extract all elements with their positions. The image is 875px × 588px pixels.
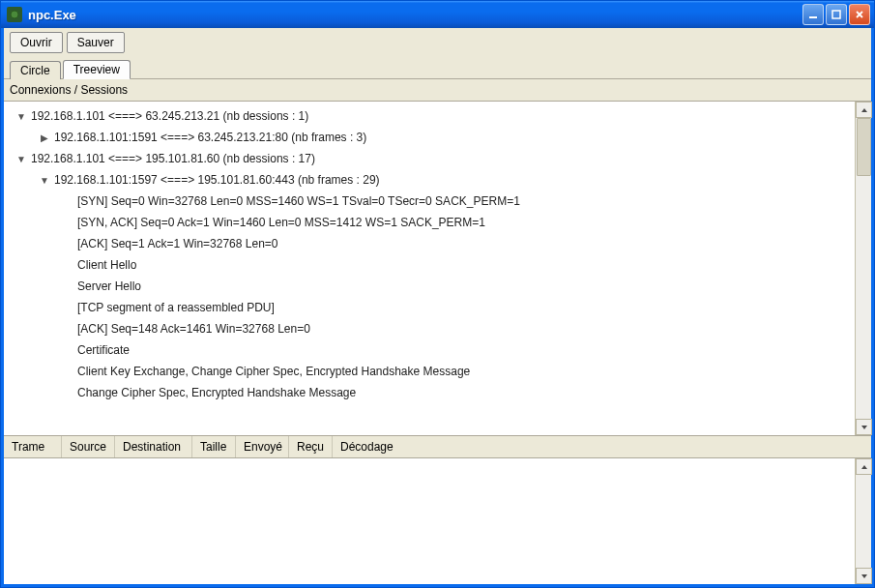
tree-node-label: [SYN, ACK] Seq=0 Ack=1 Win=1460 Len=0 MS… xyxy=(77,216,485,229)
tree-node[interactable]: Client Hello xyxy=(4,254,855,276)
tree-node[interactable]: Certificate xyxy=(4,339,855,361)
tree-node[interactable]: Server Hello xyxy=(4,276,855,297)
window-title: npc.Exe xyxy=(28,8,802,22)
tree-node-label: [ACK] Seq=148 Ack=1461 Win=32768 Len=0 xyxy=(77,322,310,336)
svg-rect-1 xyxy=(809,16,817,18)
expand-icon[interactable]: ▶ xyxy=(39,132,50,143)
tree-node-label: [TCP segment of a reassembled PDU] xyxy=(77,301,275,314)
client-area: Ouvrir Sauver Circle Treeview Connexions… xyxy=(1,28,874,587)
svg-point-0 xyxy=(11,11,18,18)
title-bar[interactable]: npc.Exe xyxy=(1,1,874,28)
tab-circle[interactable]: Circle xyxy=(10,61,61,79)
scroll-down-button[interactable] xyxy=(856,419,872,435)
close-button[interactable] xyxy=(849,4,870,25)
col-decodage[interactable]: Décodage xyxy=(333,436,871,457)
save-button[interactable]: Sauver xyxy=(67,32,125,53)
tab-strip: Circle Treeview xyxy=(4,57,871,78)
open-button[interactable]: Ouvrir xyxy=(10,32,63,53)
tree-header: Connexions / Sessions xyxy=(4,78,871,102)
svg-rect-2 xyxy=(832,11,840,18)
tree-scrollbar[interactable] xyxy=(855,102,871,435)
details-body[interactable] xyxy=(4,458,855,584)
col-source[interactable]: Source xyxy=(62,436,115,457)
scroll-up-button[interactable] xyxy=(856,102,872,118)
tree-node-label: 192.168.1.101:1591 <===> 63.245.213.21:8… xyxy=(54,131,366,144)
tree-node[interactable]: ▶192.168.1.101:1591 <===> 63.245.213.21:… xyxy=(4,127,855,148)
window-controls xyxy=(802,4,870,25)
tree-node-label: [ACK] Seq=1 Ack=1 Win=32768 Len=0 xyxy=(77,237,277,250)
app-window: npc.Exe Ouvrir Sauver Circle Treeview Co… xyxy=(0,0,875,588)
tree-node-label: Client Hello xyxy=(77,258,136,272)
tree-node[interactable]: [ACK] Seq=148 Ack=1461 Win=32768 Len=0 xyxy=(4,318,855,339)
connections-tree[interactable]: ▼192.168.1.101 <===> 63.245.213.21 (nb d… xyxy=(4,102,855,435)
maximize-button[interactable] xyxy=(826,4,847,25)
minimize-button[interactable] xyxy=(802,4,824,25)
tree-node[interactable]: Change Cipher Spec, Encrypted Handshake … xyxy=(4,382,855,403)
app-icon xyxy=(7,7,22,22)
collapse-icon[interactable]: ▼ xyxy=(15,111,27,122)
col-taille[interactable]: Taille xyxy=(192,436,236,457)
tree-node-label: Server Hello xyxy=(77,279,141,293)
tab-treeview[interactable]: Treeview xyxy=(63,60,131,79)
tree-node[interactable]: [SYN] Seq=0 Win=32768 Len=0 MSS=1460 WS=… xyxy=(4,191,855,212)
toolbar: Ouvrir Sauver xyxy=(4,28,871,57)
details-pane xyxy=(4,458,871,584)
tree-node[interactable]: [ACK] Seq=1 Ack=1 Win=32768 Len=0 xyxy=(4,233,855,254)
scroll-up-button[interactable] xyxy=(856,458,872,475)
col-trame[interactable]: Trame xyxy=(4,436,62,457)
tree-header-label: Connexions / Sessions xyxy=(10,83,865,97)
col-recu[interactable]: Reçu xyxy=(289,436,333,457)
tree-node[interactable]: [SYN, ACK] Seq=0 Ack=1 Win=1460 Len=0 MS… xyxy=(4,212,855,233)
tree-node-label: 192.168.1.101 <===> 195.101.81.60 (nb de… xyxy=(31,152,315,165)
scroll-down-button[interactable] xyxy=(856,568,872,584)
tree-node-label: 192.168.1.101 <===> 63.245.213.21 (nb de… xyxy=(31,109,308,123)
tree-node-label: [SYN] Seq=0 Win=32768 Len=0 MSS=1460 WS=… xyxy=(77,194,520,208)
tree-node-label: Certificate xyxy=(77,343,130,357)
tree-node-label: Client Key Exchange, Change Cipher Spec,… xyxy=(77,365,470,378)
tree-node[interactable]: Client Key Exchange, Change Cipher Spec,… xyxy=(4,361,855,382)
tree-node[interactable]: ▼192.168.1.101 <===> 195.101.81.60 (nb d… xyxy=(4,148,855,169)
tree-area: ▼192.168.1.101 <===> 63.245.213.21 (nb d… xyxy=(4,102,871,435)
col-destination[interactable]: Destination xyxy=(115,436,192,457)
tree-node[interactable]: ▼192.168.1.101:1597 <===> 195.101.81.60:… xyxy=(4,169,855,191)
tree-node-label: Change Cipher Spec, Encrypted Handshake … xyxy=(77,386,356,399)
details-scrollbar[interactable] xyxy=(855,458,871,584)
tree-node[interactable]: ▼192.168.1.101 <===> 63.245.213.21 (nb d… xyxy=(4,105,855,127)
details-columns-header: Trame Source Destination Taille Envoyé R… xyxy=(4,435,871,458)
scroll-thumb[interactable] xyxy=(857,118,871,176)
collapse-icon[interactable]: ▼ xyxy=(15,154,27,164)
collapse-icon[interactable]: ▼ xyxy=(39,175,50,186)
tree-node-label: 192.168.1.101:1597 <===> 195.101.81.60:4… xyxy=(54,173,380,187)
tree-node[interactable]: [TCP segment of a reassembled PDU] xyxy=(4,297,855,318)
col-envoye[interactable]: Envoyé xyxy=(236,436,289,457)
